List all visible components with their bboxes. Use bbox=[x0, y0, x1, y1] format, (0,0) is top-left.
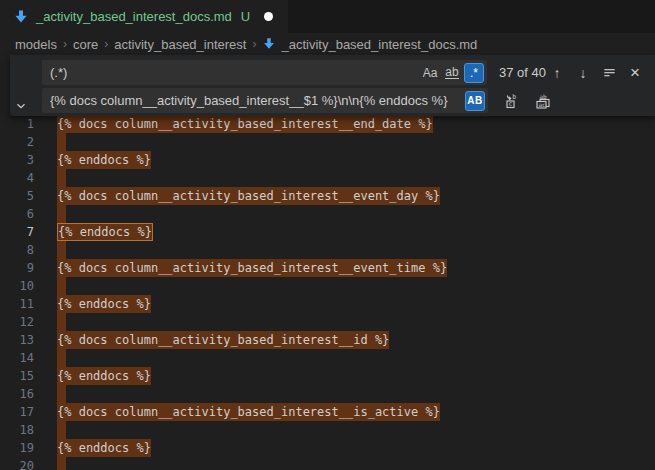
line-content: {% docs column__activity_based_interest_… bbox=[57, 187, 440, 205]
next-match-button[interactable]: ↓ bbox=[572, 62, 594, 84]
replace-all-button[interactable]: ab ac bbox=[532, 90, 554, 112]
svg-text:ac: ac bbox=[538, 100, 546, 107]
line-content bbox=[57, 385, 66, 403]
line-content: {% docs column__activity_based_interest_… bbox=[57, 331, 389, 349]
line-number: 5 bbox=[0, 187, 46, 205]
match-highlight bbox=[57, 277, 66, 295]
markdown-file-icon bbox=[13, 9, 29, 25]
preserve-case-toggle[interactable]: AB bbox=[465, 91, 485, 111]
find-widget: (.*) Aa ab .* 37 of 40 ↑ ↓ bbox=[10, 55, 655, 116]
line-number: 19 bbox=[0, 439, 46, 457]
code-line[interactable]: 10 bbox=[0, 277, 655, 295]
line-number: 8 bbox=[0, 241, 46, 259]
match-highlight: {% enddocs %} bbox=[57, 223, 153, 241]
match-case-toggle[interactable]: Aa bbox=[420, 63, 440, 83]
line-number: 15 bbox=[0, 367, 46, 385]
code-line[interactable]: 13{% docs column__activity_based_interes… bbox=[0, 331, 655, 349]
breadcrumb-file-label: _activity_based_interest_docs.md bbox=[281, 37, 477, 52]
breadcrumb-separator: › bbox=[63, 37, 67, 51]
code-line[interactable]: 19{% enddocs %} bbox=[0, 439, 655, 457]
svg-text:ab: ab bbox=[540, 93, 548, 100]
vscode-window: _activity_based_interest_docs.md U model… bbox=[0, 0, 655, 470]
breadcrumb-file[interactable]: _activity_based_interest_docs.md bbox=[262, 37, 477, 52]
line-number: 2 bbox=[0, 133, 46, 151]
line-number: 13 bbox=[0, 331, 46, 349]
svg-text:c: c bbox=[509, 100, 513, 108]
svg-text:b: b bbox=[512, 93, 516, 101]
code-line[interactable]: 16 bbox=[0, 385, 655, 403]
line-content bbox=[57, 349, 66, 367]
line-content: {% enddocs %} bbox=[57, 439, 151, 457]
code-line[interactable]: 15{% enddocs %} bbox=[0, 367, 655, 385]
breadcrumb-item[interactable]: models bbox=[15, 37, 57, 52]
line-number: 14 bbox=[0, 349, 46, 367]
code-line[interactable]: 6 bbox=[0, 205, 655, 223]
whole-word-toggle[interactable]: ab bbox=[442, 63, 462, 83]
code-line[interactable]: 14 bbox=[0, 349, 655, 367]
breadcrumb-item[interactable]: core bbox=[73, 37, 98, 52]
code-line[interactable]: 20 bbox=[0, 457, 655, 470]
replace-input[interactable]: {% docs column__activity_based_interest_… bbox=[42, 88, 488, 113]
line-content: {% enddocs %} bbox=[57, 223, 153, 241]
code-line[interactable]: 3{% enddocs %} bbox=[0, 151, 655, 169]
line-content bbox=[57, 421, 66, 439]
line-number: 11 bbox=[0, 295, 46, 313]
code-line[interactable]: 7{% enddocs %} bbox=[0, 223, 655, 241]
editor-tab[interactable]: _activity_based_interest_docs.md U bbox=[0, 0, 288, 33]
code-line[interactable]: 18 bbox=[0, 421, 655, 439]
code-area[interactable]: 1{% docs column__activity_based_interest… bbox=[0, 115, 655, 470]
search-value: (.*) bbox=[50, 65, 418, 80]
replace-button[interactable]: b c bbox=[501, 90, 523, 112]
match-highlight bbox=[57, 169, 66, 187]
breadcrumb-separator: › bbox=[252, 37, 256, 51]
line-number: 4 bbox=[0, 169, 46, 187]
close-find-button[interactable]: × bbox=[624, 62, 646, 84]
line-content: {% docs column__activity_based_interest_… bbox=[57, 259, 447, 277]
line-content: {% enddocs %} bbox=[57, 295, 151, 313]
editor-area[interactable]: (.*) Aa ab .* 37 of 40 ↑ ↓ bbox=[0, 55, 655, 470]
breadcrumb-separator: › bbox=[104, 37, 108, 51]
markdown-file-icon bbox=[262, 37, 276, 51]
match-highlight: {% docs column__activity_based_interest_… bbox=[57, 403, 440, 421]
code-line[interactable]: 5{% docs column__activity_based_interest… bbox=[0, 187, 655, 205]
regex-toggle[interactable]: .* bbox=[464, 63, 484, 83]
line-number: 18 bbox=[0, 421, 46, 439]
line-number: 16 bbox=[0, 385, 46, 403]
code-line[interactable]: 2 bbox=[0, 133, 655, 151]
code-line[interactable]: 12 bbox=[0, 313, 655, 331]
match-highlight: {% docs column__activity_based_interest_… bbox=[57, 187, 440, 205]
replace-all-icon: ab ac bbox=[535, 93, 551, 109]
match-highlight bbox=[57, 133, 66, 151]
line-number: 10 bbox=[0, 277, 46, 295]
line-number: 3 bbox=[0, 151, 46, 169]
line-content bbox=[57, 457, 66, 470]
code-line[interactable]: 17{% docs column__activity_based_interes… bbox=[0, 403, 655, 421]
code-line[interactable]: 8 bbox=[0, 241, 655, 259]
line-number: 20 bbox=[0, 457, 46, 470]
match-highlight bbox=[57, 457, 66, 470]
line-number: 17 bbox=[0, 403, 46, 421]
tab-bar: _activity_based_interest_docs.md U bbox=[0, 0, 655, 33]
line-content bbox=[57, 241, 66, 259]
arrow-up-icon: ↑ bbox=[554, 65, 561, 81]
line-number: 1 bbox=[0, 115, 46, 133]
find-in-selection-button[interactable] bbox=[598, 62, 620, 84]
unsaved-indicator[interactable] bbox=[264, 12, 273, 21]
selection-icon bbox=[602, 65, 617, 80]
breadcrumb-item[interactable]: activity_based_interest bbox=[114, 37, 246, 52]
match-highlight bbox=[57, 349, 66, 367]
code-line[interactable]: 1{% docs column__activity_based_interest… bbox=[0, 115, 655, 133]
line-content bbox=[57, 277, 66, 295]
line-content bbox=[57, 169, 66, 187]
line-content: {% docs column__activity_based_interest_… bbox=[57, 403, 440, 421]
toggle-replace-button[interactable] bbox=[10, 55, 32, 116]
code-line[interactable]: 4 bbox=[0, 169, 655, 187]
match-highlight: {% enddocs %} bbox=[57, 295, 151, 313]
code-line[interactable]: 9{% docs column__activity_based_interest… bbox=[0, 259, 655, 277]
search-input[interactable]: (.*) Aa ab .* bbox=[42, 60, 487, 85]
match-highlight bbox=[57, 205, 66, 223]
code-line[interactable]: 11{% enddocs %} bbox=[0, 295, 655, 313]
previous-match-button[interactable]: ↑ bbox=[546, 62, 568, 84]
match-highlight bbox=[57, 421, 66, 439]
match-highlight bbox=[57, 385, 66, 403]
